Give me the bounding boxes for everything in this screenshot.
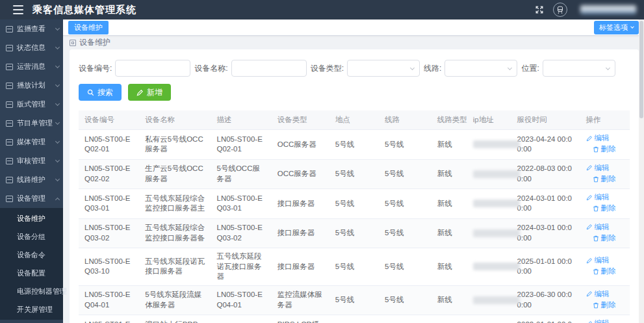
- sidebar-subitem-device-config[interactable]: 设备配置: [0, 264, 63, 282]
- delete-link[interactable]: 删除: [593, 144, 616, 155]
- sidebar-subitem-power-controller-mgmt[interactable]: 电源控制器管理: [0, 282, 63, 300]
- edit-icon: [586, 291, 593, 297]
- edit-link[interactable]: 编辑: [586, 133, 610, 144]
- sidebar-item-device-mgmt[interactable]: 设备管理: [0, 189, 63, 208]
- sidebar-item-operation-message[interactable]: 运营消息: [0, 57, 63, 76]
- edit-link[interactable]: 编辑: [586, 318, 610, 323]
- tab-device-maintenance[interactable]: 设备维护: [68, 21, 109, 34]
- edit-link[interactable]: 编辑: [586, 255, 610, 266]
- pencil-icon: [136, 89, 144, 96]
- cell-line: 5号线: [379, 218, 431, 248]
- cell-device_no: LN05-ST00-EQ04-01: [79, 285, 139, 315]
- cell-ip: [467, 159, 511, 189]
- add-button[interactable]: 新增: [128, 84, 171, 101]
- delete-link[interactable]: 删除: [593, 266, 616, 277]
- redacted-ip: [473, 200, 520, 207]
- cell-device_name: 五号线东延段综合监控接口服务器主: [139, 189, 211, 219]
- username-redacted[interactable]: [580, 5, 636, 14]
- sidebar-subitem-device-maintenance[interactable]: 设备维护: [0, 209, 63, 227]
- device-no-input[interactable]: [115, 60, 190, 77]
- cell-line_type: 新线: [431, 189, 467, 219]
- cell-service_time: 2022-01-01 00:00:00: [511, 315, 580, 323]
- cell-line: 5号线: [379, 130, 431, 160]
- cell-ops: 编辑删除: [580, 218, 630, 248]
- sidebar-item-play-plan[interactable]: 播放计划: [0, 76, 63, 95]
- cell-location: 5号线: [329, 159, 379, 189]
- col-line: 线路: [379, 110, 431, 130]
- edit-link[interactable]: 编辑: [586, 192, 610, 203]
- cell-line: 5号线: [379, 315, 431, 323]
- cell-location: 5号线: [329, 218, 379, 248]
- sidebar-subitem-switch-screen-mgmt[interactable]: 开关屏管理: [0, 300, 63, 318]
- col-service-time: 服役时间: [511, 110, 580, 130]
- chevron-down-icon: [606, 65, 610, 70]
- sidebar-item-line-maintenance[interactable]: 线路维护: [0, 170, 63, 189]
- col-line-type: 线路类型: [431, 110, 467, 130]
- chevron-down-icon: [55, 139, 60, 144]
- cell-device_name: 五号线东延段诺瓦接口服务器: [139, 248, 211, 286]
- cell-ops: 编辑删除: [580, 315, 630, 323]
- col-device-no: 设备编号: [79, 110, 139, 130]
- cell-device_type: PIDS LCD播控器: [272, 315, 329, 323]
- device-name-input[interactable]: [231, 60, 307, 77]
- content-panel: 设备编号: 设备名称: 设备类型: 线路: 位置:: [70, 49, 639, 323]
- sidebar-item-status-info[interactable]: 状态信息: [0, 38, 63, 57]
- sidebar-item-audit-mgmt[interactable]: 审核管理: [0, 151, 63, 170]
- cell-line_type: 新线: [431, 285, 467, 315]
- scrollbar-thumb[interactable]: [639, 21, 643, 118]
- cell-description: LN05-ST00-EQ03-02: [211, 218, 272, 248]
- table-row: LN05-ST00-EQ02-02生产云5号线OCC服务器5号线OCC服务器OC…: [79, 159, 630, 189]
- table-row: LN05-ST00-EQ04-015号线东延段流媒体服务器LN05-ST00-E…: [79, 285, 630, 315]
- user-avatar[interactable]: [553, 3, 567, 17]
- line-select[interactable]: [444, 60, 517, 77]
- sidebar-subitem-device-group[interactable]: 设备分组: [0, 227, 63, 246]
- redacted-ip: [473, 263, 520, 270]
- cell-ip: [467, 130, 511, 160]
- redacted-ip: [473, 296, 520, 304]
- list-icon: [6, 120, 13, 127]
- cell-device_type: 接口服务器: [272, 189, 329, 219]
- sidebar-item-playlist-mgmt[interactable]: 节目单管理: [0, 114, 63, 133]
- cell-description: 五号线东延段诺瓦接口服务器: [211, 248, 272, 286]
- cell-device_type: 监控流媒体服务器: [272, 285, 329, 315]
- cell-location: 5号线: [329, 189, 379, 219]
- cell-device_type: 接口服务器: [272, 218, 329, 248]
- position-select[interactable]: [543, 60, 615, 77]
- filter-position: 位置:: [521, 60, 615, 77]
- document-icon: [6, 64, 13, 70]
- chevron-down-icon: [55, 120, 60, 125]
- search-button[interactable]: 搜索: [79, 84, 122, 101]
- cell-location: 5号线: [329, 248, 379, 286]
- delete-link[interactable]: 删除: [593, 174, 616, 185]
- edit-icon: [586, 320, 593, 323]
- delete-icon: [593, 146, 599, 153]
- col-location: 地点: [329, 110, 379, 130]
- device-type-select[interactable]: [347, 60, 420, 77]
- delete-icon: [593, 268, 599, 275]
- sidebar-item-monitor-view[interactable]: 监播查看: [0, 19, 63, 38]
- device-no-label: 设备编号:: [79, 63, 112, 74]
- sidebar-subitem-device-command[interactable]: 设备命令: [0, 246, 63, 264]
- action-buttons: 搜索 新增: [79, 84, 630, 101]
- delete-link[interactable]: 删除: [593, 233, 616, 244]
- tag-options-button[interactable]: 标签选项: [594, 21, 639, 34]
- cell-device_no: LN05-ST00-EQ03-02: [79, 218, 139, 248]
- monitor-icon: [6, 26, 13, 32]
- sidebar-item-media-mgmt[interactable]: 媒体管理: [0, 133, 63, 151]
- hamburger-menu-icon[interactable]: [13, 5, 23, 14]
- edit-link[interactable]: 编辑: [586, 289, 610, 300]
- cell-line: 5号线: [379, 248, 431, 286]
- edit-link[interactable]: 编辑: [586, 222, 610, 233]
- delete-link[interactable]: 删除: [593, 203, 616, 214]
- delete-link[interactable]: 删除: [593, 300, 616, 311]
- chevron-down-icon: [55, 64, 60, 68]
- fullscreen-toggle-icon[interactable]: [535, 5, 544, 14]
- cell-ip: [467, 315, 511, 323]
- filter-device-name: 设备名称:: [194, 60, 306, 77]
- delete-icon: [593, 205, 599, 212]
- edit-link[interactable]: 编辑: [586, 163, 610, 174]
- sidebar-item-layout-mgmt[interactable]: 版式管理: [0, 95, 63, 114]
- sidebar: 监播查看 状态信息 运营消息 播放计划 版式管理 节目单管理 媒体管理 审核管理…: [0, 19, 63, 323]
- redacted-ip: [473, 170, 520, 178]
- scrollbar[interactable]: [639, 19, 644, 323]
